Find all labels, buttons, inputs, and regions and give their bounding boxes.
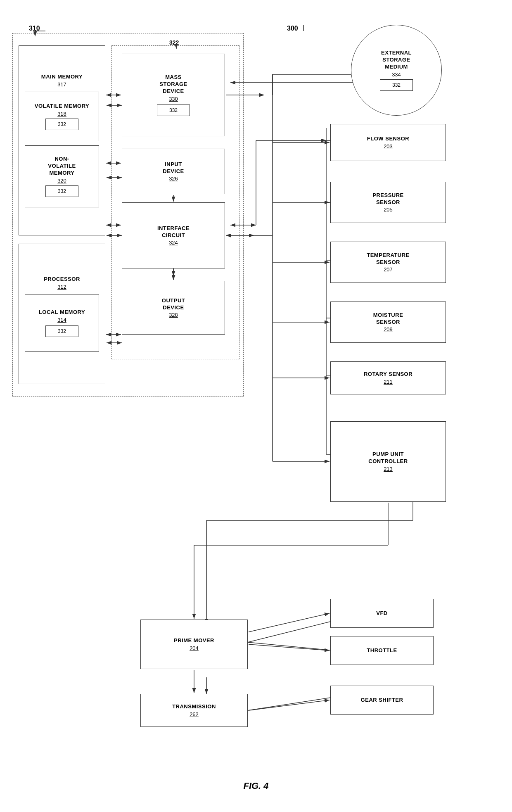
pump-unit-controller-box: PUMP UNIT CONTROLLER 213 bbox=[330, 421, 446, 502]
non-volatile-number: 320 bbox=[57, 178, 66, 184]
interface-circuit-box: INTERFACE CIRCUIT 324 bbox=[122, 202, 225, 268]
volatile-memory-box: VOLATILE MEMORY 318 332 bbox=[25, 92, 99, 141]
volatile-memory-number: 318 bbox=[57, 111, 66, 117]
output-device-box: OUTPUT DEVICE 328 bbox=[122, 281, 225, 335]
mass-storage-label: MASS STORAGE DEVICE bbox=[159, 74, 187, 95]
prime-mover-number: 204 bbox=[190, 645, 199, 651]
mass-storage-box: MASS STORAGE DEVICE 330 332 bbox=[122, 54, 225, 136]
gear-shifter-label: GEAR SHIFTER bbox=[361, 697, 403, 704]
ext-332-label: 332 bbox=[392, 82, 401, 88]
rotary-sensor-box: ROTARY SENSOR 211 bbox=[330, 361, 446, 394]
main-memory-label: MAIN MEMORY bbox=[41, 74, 83, 81]
moisture-sensor-number: 209 bbox=[384, 326, 393, 332]
pressure-sensor-box: PRESSURE SENSOR 205 bbox=[330, 182, 446, 223]
non-volatile-332-label: 332 bbox=[58, 188, 66, 194]
mass-332-box: 332 bbox=[157, 104, 190, 116]
pressure-sensor-number: 205 bbox=[384, 207, 393, 213]
non-volatile-memory-box: NON- VOLATILE MEMORY 320 332 bbox=[25, 145, 99, 207]
label-310: 310 bbox=[29, 25, 40, 32]
transmission-number: 262 bbox=[190, 711, 199, 717]
main-memory-number: 317 bbox=[57, 81, 66, 88]
prime-mover-box: PRIME MOVER 204 bbox=[140, 620, 248, 669]
non-volatile-332-box: 332 bbox=[45, 185, 78, 197]
processor-number: 312 bbox=[57, 284, 66, 290]
local-memory-label: LOCAL MEMORY bbox=[39, 309, 85, 316]
moisture-sensor-label: MOISTURE SENSOR bbox=[373, 312, 403, 326]
pump-unit-controller-label: PUMP UNIT CONTROLLER bbox=[368, 451, 408, 465]
svg-line-64 bbox=[249, 700, 329, 710]
transmission-label: TRANSMISSION bbox=[172, 703, 216, 710]
temperature-sensor-box: TEMPERATURE SENSOR 207 bbox=[330, 242, 446, 283]
svg-line-62 bbox=[249, 613, 329, 632]
figure-caption: FIG. 4 bbox=[243, 781, 268, 795]
external-storage-label: EXTERNAL STORAGE MEDIUM bbox=[381, 50, 412, 71]
rotary-sensor-label: ROTARY SENSOR bbox=[364, 371, 412, 378]
mass-storage-number: 330 bbox=[169, 96, 178, 102]
transmission-box: TRANSMISSION 262 bbox=[140, 694, 248, 727]
volatile-332-label: 332 bbox=[58, 121, 66, 127]
output-device-label: OUTPUT DEVICE bbox=[162, 297, 185, 311]
flow-sensor-number: 203 bbox=[384, 143, 393, 150]
vfd-box: VFD bbox=[330, 599, 434, 628]
vfd-label: VFD bbox=[376, 610, 388, 617]
local-332-label: 332 bbox=[58, 328, 66, 334]
pressure-sensor-label: PRESSURE SENSOR bbox=[372, 192, 404, 206]
rotary-sensor-number: 211 bbox=[384, 379, 393, 385]
temperature-sensor-number: 207 bbox=[384, 266, 393, 273]
volatile-memory-label: VOLATILE MEMORY bbox=[35, 103, 89, 110]
interface-circuit-label: INTERFACE CIRCUIT bbox=[157, 225, 190, 239]
local-332-box: 332 bbox=[45, 325, 78, 337]
external-storage-number: 334 bbox=[392, 71, 401, 78]
main-memory-box: MAIN MEMORY 317 VOLATILE MEMORY 318 332 … bbox=[19, 45, 105, 235]
prime-mover-label: PRIME MOVER bbox=[174, 637, 214, 644]
temperature-sensor-label: TEMPERATURE SENSOR bbox=[367, 252, 409, 266]
pump-unit-controller-number: 213 bbox=[384, 466, 393, 472]
throttle-box: THROTTLE bbox=[330, 636, 434, 665]
moisture-sensor-box: MOISTURE SENSOR 209 bbox=[330, 302, 446, 343]
processor-label: PROCESSOR bbox=[44, 276, 80, 283]
output-device-number: 328 bbox=[169, 312, 178, 318]
local-memory-number: 314 bbox=[57, 317, 66, 323]
input-device-label: INPUT DEVICE bbox=[163, 161, 184, 175]
external-storage-circle: EXTERNAL STORAGE MEDIUM 334 332 bbox=[351, 25, 442, 116]
ext-332-box: 332 bbox=[380, 79, 413, 91]
volatile-332-box: 332 bbox=[45, 119, 78, 130]
input-device-box: INPUT DEVICE 326 bbox=[122, 149, 225, 194]
label-300: 300 bbox=[287, 25, 298, 32]
label-322: 322 bbox=[169, 39, 179, 46]
gear-shifter-box: GEAR SHIFTER bbox=[330, 686, 434, 715]
svg-line-63 bbox=[249, 644, 329, 651]
processor-box: PROCESSOR 312 LOCAL MEMORY 314 332 bbox=[19, 244, 105, 384]
mass-332-label: 332 bbox=[169, 107, 178, 113]
diagram-container: 310 300 322 MAIN MEMORY 317 VOLATILE MEM… bbox=[0, 0, 512, 812]
input-device-number: 326 bbox=[169, 176, 178, 182]
interface-circuit-number: 324 bbox=[169, 240, 178, 246]
local-memory-box: LOCAL MEMORY 314 332 bbox=[25, 294, 99, 352]
flow-sensor-label: FLOW SENSOR bbox=[367, 135, 409, 142]
throttle-label: THROTTLE bbox=[367, 647, 397, 654]
non-volatile-label: NON- VOLATILE MEMORY bbox=[48, 156, 76, 177]
flow-sensor-box: FLOW SENSOR 203 bbox=[330, 124, 446, 161]
